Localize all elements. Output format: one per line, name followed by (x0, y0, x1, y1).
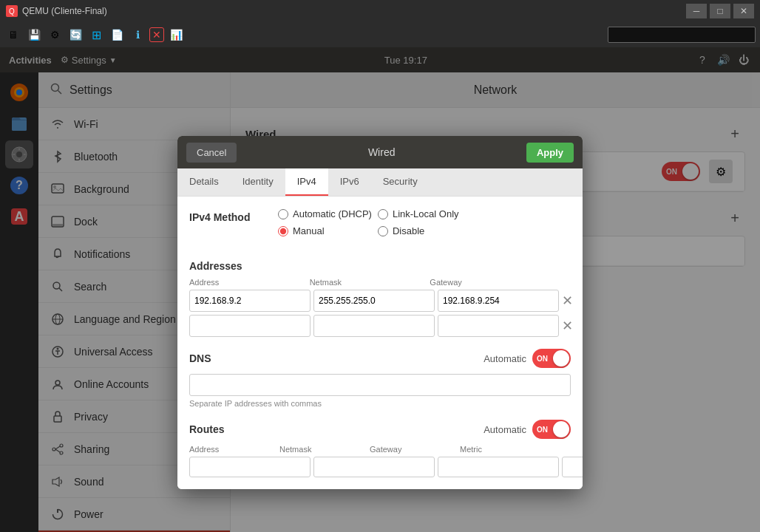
ipv4-method-section: IPv4 Method Automatic (DHCP) Link-Local … (189, 208, 571, 248)
routes-auto-label: Automatic (484, 424, 526, 435)
modal-body: IPv4 Method Automatic (DHCP) Link-Local … (177, 197, 583, 489)
routes-toggle[interactable]: ON (532, 420, 571, 439)
dns-auto-label: Automatic (484, 353, 526, 364)
route-col-netmask: Netmask (279, 445, 367, 454)
method-auto[interactable]: Automatic (DHCP) (278, 208, 372, 219)
method-disable[interactable]: Disable (378, 225, 472, 236)
col-gateway-label: Gateway (430, 278, 547, 287)
wired-modal: Cancel Wired Apply Details Identity IPv4… (177, 136, 583, 489)
modal-title: Wired (242, 146, 520, 158)
ipv4-methods: Automatic (DHCP) Link-Local Only Manual … (278, 208, 472, 236)
addresses-section: Addresses Address Netmask Gateway ✕ (189, 260, 571, 337)
method-link-local[interactable]: Link-Local Only (378, 208, 472, 219)
ipv4-method-label: IPv4 Method (189, 208, 263, 223)
address-input-0[interactable] (189, 290, 311, 312)
app-icon: Q (6, 5, 18, 17)
method-disable-label: Disable (393, 225, 424, 236)
routes-title: Routes (189, 423, 484, 435)
minimize-button[interactable]: ─ (686, 4, 707, 18)
route-netmask-input[interactable] (313, 457, 435, 477)
taskbar-icon-info[interactable]: ℹ (129, 26, 146, 44)
taskbar-icon-refresh[interactable]: 🔄 (67, 26, 84, 44)
method-manual-label: Manual (293, 225, 325, 236)
col-address-label: Address (189, 278, 307, 287)
method-link-radio[interactable] (378, 209, 388, 219)
route-col-gateway: Gateway (370, 445, 457, 454)
title-bar: Q QEMU (Cliente-Final) ─ □ ✕ (0, 0, 760, 22)
routes-section: Routes Automatic ON Address Netmask Gate… (189, 420, 571, 477)
routes-toggle-knob (553, 421, 569, 437)
tab-ipv4[interactable]: IPv4 (285, 168, 328, 196)
method-auto-label: Automatic (DHCP) (293, 208, 372, 219)
modal-cancel-button[interactable]: Cancel (186, 143, 237, 163)
address-row-0: ✕ (189, 290, 571, 312)
address-row-1: ✕ (189, 315, 571, 337)
route-metric-input[interactable] (562, 457, 583, 477)
method-disable-radio[interactable] (378, 226, 388, 236)
taskbar-icon-monitor[interactable]: 🖥 (4, 26, 22, 44)
route-row-0: ✕ (189, 457, 571, 477)
taskbar-icon-chart[interactable]: 📊 (167, 26, 185, 44)
modal-overlay: Cancel Wired Apply Details Identity IPv4… (0, 47, 760, 532)
modal-apply-button[interactable]: Apply (526, 143, 574, 163)
gateway-input-1[interactable] (438, 315, 559, 337)
modal-titlebar: Cancel Wired Apply (177, 136, 583, 168)
taskbar-search-input[interactable] (608, 27, 756, 43)
dns-input[interactable] (189, 374, 571, 396)
dns-hint: Separate IP addresses with commas (189, 399, 571, 408)
taskbar-icon-disk[interactable]: 💾 (25, 26, 43, 44)
route-gateway-input[interactable] (438, 457, 559, 477)
tab-details[interactable]: Details (177, 168, 231, 196)
address-input-1[interactable] (189, 315, 311, 337)
route-col-address: Address (189, 445, 276, 454)
tab-ipv6[interactable]: IPv6 (328, 168, 371, 196)
dns-toggle-knob (553, 350, 569, 366)
tab-security[interactable]: Security (371, 168, 430, 196)
route-col-metric: Metric (460, 445, 547, 454)
remove-row-0-button[interactable]: ✕ (562, 292, 573, 310)
taskbar-icon-x[interactable]: ✕ (149, 27, 164, 42)
dns-section: DNS Automatic ON Separate IP addresses w… (189, 349, 571, 408)
taskbar-icon-windows[interactable]: ⊞ (87, 26, 105, 44)
netmask-input-1[interactable] (313, 315, 435, 337)
modal-tabs: Details Identity IPv4 IPv6 Security (177, 168, 583, 197)
method-link-label: Link-Local Only (393, 208, 459, 219)
method-manual[interactable]: Manual (278, 225, 372, 236)
routes-col-headers: Address Netmask Gateway Metric (189, 445, 571, 454)
method-auto-radio[interactable] (278, 209, 288, 219)
taskbar: 🖥 💾 ⚙ 🔄 ⊞ 📄 ℹ ✕ 📊 (0, 22, 760, 47)
taskbar-icon-gear[interactable]: ⚙ (46, 26, 64, 44)
window-controls: ─ □ ✕ (686, 4, 754, 18)
gateway-input-0[interactable] (438, 290, 559, 312)
maximize-button[interactable]: □ (710, 4, 730, 18)
netmask-input-0[interactable] (313, 290, 435, 312)
window-title: QEMU (Cliente-Final) (22, 6, 682, 16)
route-address-input[interactable] (189, 457, 311, 477)
tab-identity[interactable]: Identity (231, 168, 285, 196)
taskbar-icon-doc[interactable]: 📄 (108, 26, 126, 44)
dns-header: DNS Automatic ON (189, 349, 571, 368)
close-button[interactable]: ✕ (733, 4, 754, 18)
method-manual-radio[interactable] (278, 226, 288, 236)
addresses-col-headers: Address Netmask Gateway (189, 278, 571, 287)
remove-row-1-button[interactable]: ✕ (562, 317, 573, 335)
dns-title: DNS (189, 352, 484, 364)
routes-header: Routes Automatic ON (189, 420, 571, 439)
dns-toggle[interactable]: ON (532, 349, 571, 368)
addresses-header: Addresses (189, 260, 571, 272)
col-netmask-label: Netmask (310, 278, 427, 287)
